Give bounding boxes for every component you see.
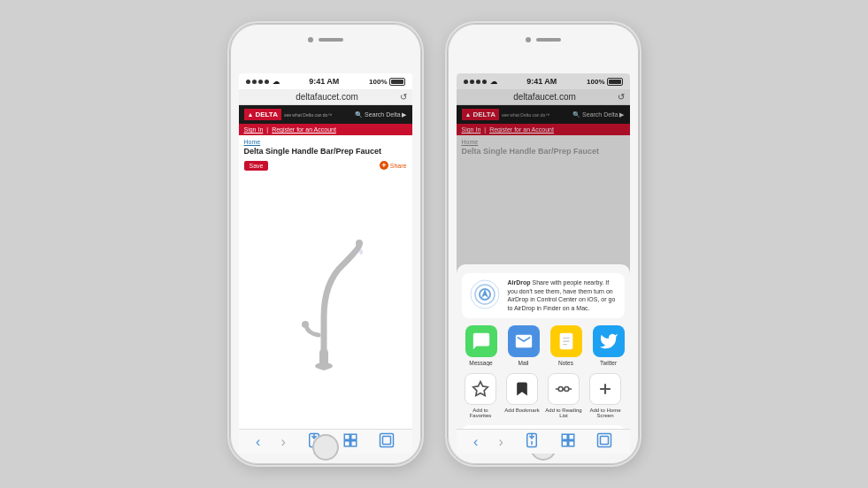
action-home-screen[interactable]: Add to Home Screen [587, 373, 625, 418]
url-bar-left[interactable]: deltafaucet.com ↺ [239, 89, 412, 105]
save-button-left[interactable]: Save [244, 161, 269, 171]
phone-left: ☁ 9:41 AM 100% deltafaucet.com ↺ [229, 23, 422, 465]
favorites-label: Add to Favorites [462, 408, 500, 418]
status-bar-left: ☁ 9:41 AM 100% [239, 73, 412, 89]
phone-top-hardware [299, 34, 352, 45]
back-btn-right[interactable]: ‹ [473, 434, 478, 450]
notes-app-icon [550, 325, 582, 357]
svg-marker-19 [473, 382, 488, 396]
message-app-icon [465, 325, 497, 357]
camera-right [526, 37, 531, 42]
reading-list-label: Add to Reading List [545, 408, 583, 418]
svg-point-21 [565, 387, 569, 392]
airdrop-icon [469, 278, 501, 310]
share-sheet: AirDrop Share with people nearby. If you… [457, 264, 630, 454]
breadcrumb-left[interactable]: Home [244, 139, 407, 145]
site-header-left: ▲ DELTA see what Delta can do™ 🔍 Search … [239, 105, 412, 124]
bookmark-label: Add Bookmark [504, 408, 539, 413]
back-btn-left[interactable]: ‹ [256, 434, 260, 450]
svg-rect-6 [344, 434, 350, 439]
phone-right: ☁ 9:41 AM 100% deltafaucet.com ↺ [447, 23, 640, 465]
search-placeholder-left: Search Delta ▶ [365, 111, 406, 118]
reading-list-icon [548, 373, 580, 405]
home-screen-label: Add to Home Screen [587, 408, 625, 418]
signin-link-left[interactable]: Sign In [244, 126, 264, 133]
forward-btn-right[interactable]: › [498, 434, 503, 450]
bottom-nav-right: ‹ › [457, 429, 630, 454]
tabs-icon-left[interactable] [342, 432, 358, 451]
product-title-left: Delta Single Handle Bar/Prep Faucet [244, 147, 407, 157]
app-message[interactable]: Message [462, 325, 501, 366]
svg-point-3 [359, 249, 363, 255]
svg-rect-32 [569, 441, 574, 446]
delta-logo-left: ▲ DELTA see what Delta can do™ [244, 109, 333, 120]
faucet-svg-left [281, 229, 370, 370]
svg-point-20 [558, 387, 563, 392]
camera [308, 37, 313, 42]
airdrop-title: AirDrop [508, 279, 531, 286]
svg-rect-9 [351, 441, 357, 446]
time-left: 9:41 AM [309, 77, 339, 86]
wifi-icon: ☁ [273, 78, 280, 86]
faucet-image-left [244, 174, 407, 425]
phone-screen-left: ☁ 9:41 AM 100% deltafaucet.com ↺ [239, 73, 412, 454]
mail-app-icon [508, 325, 540, 357]
svg-rect-8 [344, 441, 350, 446]
airdrop-section: AirDrop Share with people nearby. If you… [462, 273, 625, 318]
svg-rect-30 [569, 434, 574, 439]
share-actions-row: Add to Favorites Add Bookmark Add to Rea… [462, 373, 625, 418]
signal-dots: ☁ [246, 78, 280, 86]
home-screen-icon [589, 373, 621, 405]
twitter-label: Twitter [600, 360, 617, 366]
delta-logo-name-left: DELTA [255, 111, 277, 118]
favorites-icon [465, 373, 496, 405]
windows-icon-right[interactable] [596, 432, 612, 451]
action-favorites[interactable]: Add to Favorites [462, 373, 500, 418]
search-area-left[interactable]: 🔍 Search Delta ▶ [355, 111, 406, 118]
share-button-left[interactable]: + Share [380, 161, 407, 170]
share-icon-right[interactable] [524, 432, 540, 451]
app-mail[interactable]: Mail [504, 325, 543, 366]
url-text-left: deltafaucet.com [255, 92, 400, 102]
svg-rect-11 [382, 437, 390, 445]
page-content-left: Home Delta Single Handle Bar/Prep Faucet… [239, 135, 412, 429]
battery-area-left: 100% [369, 78, 404, 86]
svg-rect-31 [562, 441, 567, 446]
svg-rect-29 [562, 434, 567, 439]
speaker [319, 38, 343, 42]
airdrop-text: AirDrop Share with people nearby. If you… [508, 278, 618, 313]
tabs-icon-right[interactable] [560, 432, 576, 451]
svg-rect-7 [351, 434, 357, 439]
phone-top-hardware-right [517, 34, 570, 45]
battery-pct-left: 100% [369, 78, 387, 86]
action-reading-list[interactable]: Add to Reading List [545, 373, 583, 418]
windows-icon-left[interactable] [379, 432, 395, 451]
share-plus-icon-left: + [380, 161, 388, 170]
delta-tagline-left: see what Delta can do™ [284, 112, 332, 118]
svg-point-2 [302, 321, 309, 328]
notes-label: Notes [558, 360, 573, 366]
share-apps-row: Message Mail Notes [462, 325, 625, 366]
home-button-left[interactable] [312, 434, 339, 461]
delta-logo-box-left: ▲ DELTA [244, 109, 281, 120]
phones-container: ☁ 9:41 AM 100% deltafaucet.com ↺ [229, 23, 640, 465]
mail-label: Mail [518, 360, 529, 366]
phone-screen-right: ☁ 9:41 AM 100% deltafaucet.com ↺ [457, 73, 630, 454]
svg-point-1 [356, 240, 363, 247]
action-bar-left: Save + Share [244, 161, 407, 171]
refresh-btn-left[interactable]: ↺ [400, 92, 407, 102]
svg-rect-34 [600, 437, 608, 445]
register-link-left[interactable]: Register for an Account [272, 126, 336, 133]
svg-point-0 [315, 362, 333, 370]
speaker-right [536, 38, 561, 42]
message-label: Message [469, 360, 492, 366]
twitter-app-icon [593, 325, 625, 357]
app-notes[interactable]: Notes [547, 325, 586, 366]
bookmark-icon [506, 373, 538, 405]
forward-btn-left[interactable]: › [280, 434, 285, 450]
action-bookmark[interactable]: Add Bookmark [503, 373, 542, 418]
app-twitter[interactable]: Twitter [589, 325, 625, 366]
nav-bar-left: Sign In | Register for an Account [239, 124, 412, 135]
